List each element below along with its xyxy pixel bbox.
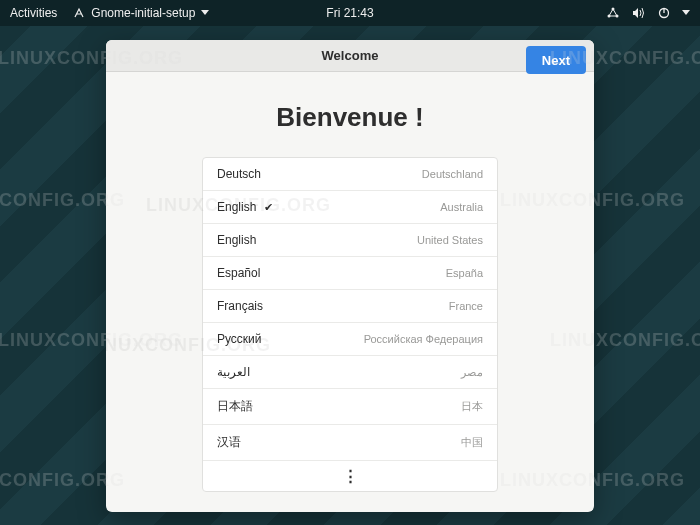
dropdown-icon	[201, 10, 209, 16]
language-region: 中国	[461, 435, 483, 450]
check-icon: ✔	[264, 201, 273, 214]
language-row[interactable]: العربية مصر	[203, 356, 497, 389]
headline: Bienvenue !	[276, 102, 423, 133]
next-button[interactable]: Next	[526, 46, 586, 74]
language-region: Australia	[440, 201, 483, 213]
language-name: Français	[217, 299, 263, 313]
language-region: مصر	[461, 366, 483, 379]
network-icon	[606, 7, 620, 19]
power-icon	[658, 7, 670, 19]
language-row[interactable]: English United States	[203, 224, 497, 257]
language-name: 日本語	[217, 398, 253, 415]
activities-button[interactable]: Activities	[10, 6, 57, 20]
initial-setup-window: Welcome Next Bienvenue ! Deutsch Deutsch…	[106, 40, 594, 512]
app-name-text: Gnome-initial-setup	[91, 6, 195, 20]
language-region: France	[449, 300, 483, 312]
clock[interactable]: Fri 21:43	[326, 6, 373, 20]
language-name: 汉语	[217, 434, 241, 451]
language-row[interactable]: Deutsch Deutschland	[203, 158, 497, 191]
current-app-label[interactable]: Gnome-initial-setup	[73, 6, 209, 20]
language-name: Español	[217, 266, 260, 280]
language-row[interactable]: Español España	[203, 257, 497, 290]
more-icon: ⋮	[343, 467, 358, 485]
volume-icon	[632, 7, 646, 19]
systray[interactable]	[606, 7, 690, 19]
language-region: España	[446, 267, 483, 279]
top-bar: Activities Gnome-initial-setup Fri 21:43	[0, 0, 700, 26]
language-region: Deutschland	[422, 168, 483, 180]
language-row[interactable]: 日本語 日本	[203, 389, 497, 425]
language-row[interactable]: 汉语 中国	[203, 425, 497, 461]
language-name: Deutsch	[217, 167, 261, 181]
language-list: Deutsch Deutschland English✔ Australia E…	[202, 157, 498, 492]
language-row[interactable]: English✔ Australia	[203, 191, 497, 224]
language-name: Русский	[217, 332, 262, 346]
language-name: العربية	[217, 365, 250, 379]
app-icon	[73, 7, 85, 19]
language-name: English	[217, 200, 256, 214]
language-name: English	[217, 233, 256, 247]
language-region: United States	[417, 234, 483, 246]
window-content: Bienvenue ! Deutsch Deutschland English✔…	[106, 72, 594, 512]
window-title: Welcome	[322, 48, 379, 63]
more-languages-button[interactable]: ⋮	[203, 461, 497, 491]
language-region: Российская Федерация	[364, 333, 483, 345]
language-region: 日本	[461, 399, 483, 414]
language-row[interactable]: Français France	[203, 290, 497, 323]
dropdown-icon	[682, 10, 690, 16]
language-row[interactable]: Русский Российская Федерация	[203, 323, 497, 356]
titlebar: Welcome Next	[106, 40, 594, 72]
